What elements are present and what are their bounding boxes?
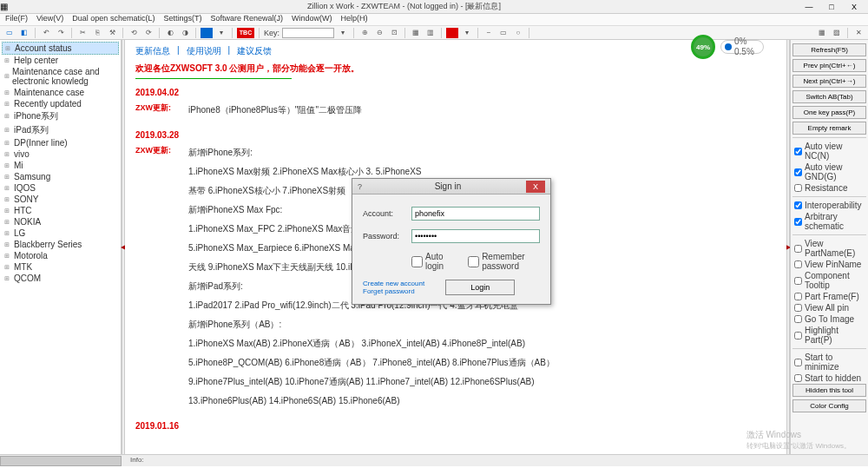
rotate-right-icon[interactable]: ⟳ [142, 27, 155, 39]
sidebar-item-15[interactable]: ⊞LG [2, 227, 119, 239]
menu-settings[interactable]: Settings(T) [163, 14, 201, 25]
grid-icon[interactable]: ▦ [410, 27, 422, 39]
undo-icon[interactable]: ↶ [40, 27, 52, 39]
grid2-icon[interactable]: ▥ [424, 27, 437, 39]
menu-help[interactable]: Help(H) [340, 14, 367, 25]
blue-color-icon[interactable] [201, 28, 213, 38]
tab-1[interactable]: 使用说明 [187, 45, 221, 57]
tree-expand-icon[interactable]: ⊞ [4, 253, 11, 260]
dropdown3-icon[interactable]: ▾ [461, 27, 473, 39]
minimize-button[interactable]: — [800, 3, 818, 11]
rb-btn-1[interactable]: Prev pin(Ctrl+←) [792, 59, 866, 72]
rb-btn-2[interactable]: Next pin(Ctrl+→) [792, 75, 866, 88]
sidebar-item-12[interactable]: ⊞SONY [2, 194, 119, 205]
tree-expand-icon[interactable]: ⊞ [4, 140, 11, 147]
rb-chk3-4[interactable]: View All pin [792, 302, 866, 313]
tab-0[interactable]: 更新信息 [135, 45, 170, 57]
help-icon[interactable]: ? [358, 182, 370, 191]
sidebar-item-6[interactable]: ⊞iPad系列 [2, 123, 119, 137]
tree-expand-icon[interactable]: ⊞ [4, 162, 11, 169]
menu-software renewal[interactable]: Software Renewal(J) [210, 14, 283, 25]
sidebar-item-14[interactable]: ⊞NOKIA [2, 216, 119, 227]
password-input[interactable] [411, 229, 540, 243]
sidebar-item-16[interactable]: ⊞Blackberry Series [2, 239, 119, 250]
tree-expand-icon[interactable]: ⊞ [4, 73, 10, 80]
sidebar-item-10[interactable]: ⊞Samsung [2, 171, 119, 182]
tree-expand-icon[interactable]: ⊞ [4, 127, 11, 134]
tree-expand-icon[interactable]: ⊞ [4, 241, 11, 248]
rb-btn2-0[interactable]: Hidden this tool [792, 384, 866, 397]
tree-expand-icon[interactable]: ⊞ [4, 185, 11, 192]
rb-chk4-1[interactable]: Start to hidden [792, 372, 866, 384]
rotate-left-icon[interactable]: ⟲ [128, 27, 140, 39]
tool-icon[interactable]: ⚒ [106, 27, 118, 39]
key-input[interactable] [282, 28, 334, 38]
tree-expand-icon[interactable]: ⊞ [4, 174, 11, 181]
cut-icon[interactable]: ✂ [76, 27, 89, 39]
zoom-fit-icon[interactable]: ⊡ [388, 27, 400, 39]
menu-window[interactable]: Window(W) [292, 14, 332, 25]
menu-view[interactable]: View(V) [36, 14, 63, 25]
copy-icon[interactable]: ⎘ [91, 27, 103, 39]
tree-expand-icon[interactable]: ⊞ [4, 101, 11, 108]
rb-chk3-5[interactable]: Go To Image [792, 313, 866, 325]
tab-2[interactable]: 建议反馈 [237, 45, 272, 57]
tree-expand-icon[interactable]: ⊞ [4, 230, 11, 237]
rb-btn-4[interactable]: One key pass(P) [792, 106, 866, 119]
tree-expand-icon[interactable]: ⊞ [4, 57, 11, 64]
sidebar-item-11[interactable]: ⊞IQOS [2, 182, 119, 194]
redo-icon[interactable]: ↷ [55, 27, 67, 39]
sidebar-item-0[interactable]: ⊞Account status [2, 42, 119, 55]
menu-dual open schematic[interactable]: Dual open schematic(L) [72, 14, 155, 25]
tree-expand-icon[interactable]: ⊞ [4, 275, 11, 282]
sidebar-item-17[interactable]: ⊞Motorola [2, 250, 119, 261]
rb-chk3-3[interactable]: Part Frame(F) [792, 291, 866, 302]
maximize-button[interactable]: □ [823, 3, 840, 11]
layer2-icon[interactable]: ▨ [831, 27, 843, 39]
tbc-button[interactable]: TBC [237, 28, 254, 38]
forget-password-link[interactable]: Forget password [363, 287, 424, 295]
auto-login-checkbox[interactable]: Auto login [411, 252, 450, 271]
remember-checkbox[interactable]: Remember password [468, 252, 540, 271]
sidebar-item-4[interactable]: ⊞Recently updated [2, 98, 119, 109]
chd-icon[interactable]: ◧ [18, 27, 30, 39]
dialog-close-button[interactable]: X [526, 181, 545, 193]
close-doc-icon[interactable]: ✕ [852, 27, 865, 39]
chip-icon[interactable]: ▭ [3, 27, 16, 39]
sidebar-item-18[interactable]: ⊞MTK [2, 261, 119, 273]
rb-chk1-0[interactable]: Auto view NC(N) [792, 141, 866, 161]
layer1-icon[interactable]: ▦ [816, 27, 828, 39]
create-account-link[interactable]: Create new account [363, 280, 424, 287]
tree-expand-icon[interactable]: ⊞ [4, 219, 11, 226]
rb-btn-5[interactable]: Empty remark [792, 122, 866, 135]
rb-btn-0[interactable]: Refresh(F5) [792, 43, 866, 56]
sidebar-item-3[interactable]: ⊞Maintenance case [2, 87, 119, 98]
rb-chk4-0[interactable]: Start to minimize [792, 352, 866, 372]
rb-chk1-2[interactable]: Resistance [792, 182, 866, 194]
sidebar-item-7[interactable]: ⊞DP(Inner line) [2, 137, 119, 148]
rb-chk1-1[interactable]: Auto view GND(G) [792, 161, 866, 182]
box-icon[interactable]: ▭ [497, 27, 510, 39]
zoom-in-icon[interactable]: ⊕ [358, 27, 371, 39]
scrollbar-horizontal[interactable]: Info: [0, 454, 868, 466]
sidebar-item-5[interactable]: ⊞iPhone系列 [2, 109, 119, 123]
sidebar-item-13[interactable]: ⊞HTC [2, 205, 119, 216]
rb-chk3-0[interactable]: View PartName(E) [792, 238, 866, 259]
pin1-icon[interactable]: ◐ [164, 27, 176, 39]
rb-chk3-1[interactable]: View PinName [792, 259, 866, 270]
red-color-icon[interactable] [446, 28, 458, 38]
sidebar-item-8[interactable]: ⊞vivo [2, 148, 119, 160]
circle-icon[interactable]: ○ [512, 27, 524, 39]
dropdown-icon[interactable]: ▾ [215, 27, 227, 39]
minus-icon[interactable]: − [483, 27, 495, 39]
tree-expand-icon[interactable]: ⊞ [4, 89, 11, 96]
rb-btn-3[interactable]: Switch AB(Tab) [792, 90, 866, 103]
login-button[interactable]: Login [445, 280, 515, 295]
tree-expand-icon[interactable]: ⊞ [4, 208, 11, 214]
scrollbar-thumb[interactable] [0, 456, 122, 466]
rb-chk3-2[interactable]: Component Tooltip [792, 270, 866, 291]
zoom-out-icon[interactable]: ⊖ [373, 27, 385, 39]
menu-file[interactable]: File(F) [5, 14, 28, 25]
rb-btn2-1[interactable]: Color Config [792, 399, 866, 412]
pin2-icon[interactable]: ◑ [179, 27, 191, 39]
